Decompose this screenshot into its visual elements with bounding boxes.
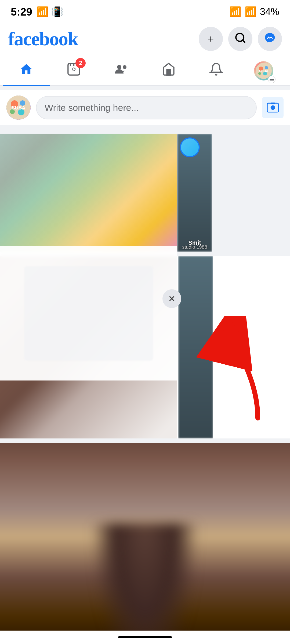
post-placeholder: Write something here... bbox=[45, 103, 139, 113]
profile-menu-indicator bbox=[268, 76, 276, 83]
story-right[interactable]: Smit studio 1988 bbox=[177, 134, 212, 252]
svg-rect-18 bbox=[270, 79, 274, 80]
svg-rect-19 bbox=[270, 80, 274, 81]
user-avatar: SUBA bbox=[6, 96, 31, 120]
content-area: Smit studio 1988 × bbox=[0, 134, 290, 644]
plus-icon: + bbox=[208, 33, 214, 45]
signal-bars-icon: 📶 bbox=[245, 6, 257, 17]
search-icon bbox=[234, 32, 246, 46]
messenger-button[interactable] bbox=[258, 27, 282, 51]
photo-button[interactable] bbox=[262, 97, 284, 118]
svg-point-22 bbox=[20, 100, 25, 106]
friends-icon bbox=[114, 62, 129, 79]
status-icons: 📶 📳 bbox=[37, 6, 63, 17]
svg-rect-28 bbox=[271, 103, 275, 104]
svg-rect-17 bbox=[270, 78, 274, 78]
popup-overlay bbox=[0, 246, 177, 380]
svg-text:SUBA: SUBA bbox=[12, 105, 25, 111]
close-button[interactable]: × bbox=[162, 289, 181, 308]
tab-notifications[interactable] bbox=[193, 56, 240, 85]
home-icon bbox=[19, 62, 33, 79]
story-studio-name: studio 1988 bbox=[177, 244, 212, 252]
header-actions: + bbox=[199, 27, 282, 51]
status-time: 5:29 bbox=[11, 6, 32, 18]
status-left: 5:29 📶 📳 bbox=[11, 6, 63, 18]
marketplace-icon bbox=[162, 62, 176, 79]
separator-1 bbox=[0, 125, 290, 129]
messenger-icon bbox=[264, 32, 276, 46]
story-user-avatar bbox=[180, 137, 200, 157]
svg-point-8 bbox=[117, 65, 121, 69]
tab-reels[interactable]: 2 bbox=[50, 56, 98, 85]
home-indicator bbox=[118, 636, 172, 638]
svg-line-1 bbox=[243, 40, 245, 42]
post-input[interactable]: Write something here... bbox=[36, 96, 257, 119]
popup-content-blurred bbox=[24, 266, 153, 361]
facebook-logo: facebook bbox=[8, 28, 78, 50]
tab-profile[interactable]: SUBA bbox=[240, 56, 287, 85]
status-bar: 5:29 📶 📳 📶 📶 34% bbox=[0, 0, 290, 21]
svg-point-9 bbox=[123, 65, 126, 69]
svg-rect-10 bbox=[167, 70, 171, 75]
svg-point-27 bbox=[271, 105, 275, 110]
search-button[interactable] bbox=[228, 27, 252, 51]
svg-rect-4 bbox=[70, 63, 71, 66]
bell-icon bbox=[209, 62, 223, 79]
stories-row: Smit studio 1988 bbox=[0, 134, 290, 252]
story-left[interactable] bbox=[0, 134, 177, 252]
svg-text:SUBA: SUBA bbox=[259, 69, 268, 73]
reels-badge: 2 bbox=[75, 58, 86, 68]
person-silhouette bbox=[91, 523, 199, 644]
header: facebook + bbox=[0, 21, 290, 56]
tab-home[interactable] bbox=[3, 56, 50, 85]
bottom-bar bbox=[0, 631, 290, 644]
wifi-icon: 📶 bbox=[229, 6, 241, 17]
tab-marketplace[interactable] bbox=[145, 56, 193, 85]
tab-friends[interactable] bbox=[97, 56, 145, 85]
vibrate-icon: 📳 bbox=[51, 6, 63, 17]
post-card-2 bbox=[0, 443, 290, 644]
post-side-image bbox=[178, 256, 213, 438]
signal-icon: 📶 bbox=[37, 6, 49, 17]
svg-rect-5 bbox=[73, 63, 74, 66]
add-button[interactable]: + bbox=[199, 27, 223, 51]
status-right: 📶 📶 34% bbox=[229, 6, 279, 17]
post-composer: SUBA Write something here... bbox=[0, 90, 290, 125]
close-icon: × bbox=[169, 292, 175, 305]
battery-icon: 34% bbox=[260, 6, 279, 17]
svg-point-13 bbox=[265, 66, 268, 69]
nav-tabs: 2 bbox=[0, 56, 290, 86]
